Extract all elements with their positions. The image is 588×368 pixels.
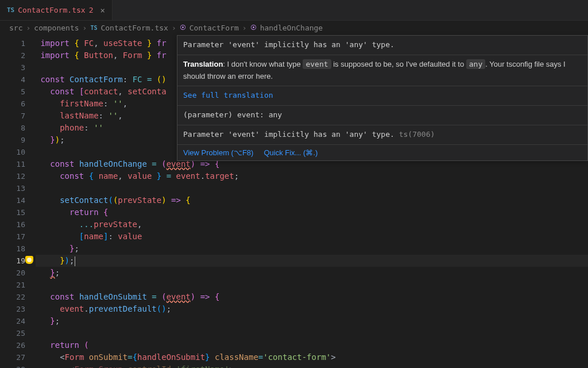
hover-see-full-link[interactable]: See full translation: [177, 86, 587, 106]
code-line[interactable]: setContact((prevState) => {: [36, 194, 588, 206]
tab-bar: TS ContactForm.tsx 2 ×: [0, 0, 588, 20]
cursor: [75, 256, 75, 266]
line-number: 6: [0, 98, 36, 110]
editor-tab[interactable]: TS ContactForm.tsx 2 ×: [0, 0, 113, 20]
symbol-variable-icon: ⦿: [180, 24, 186, 32]
tab-problem-count: 2: [89, 6, 94, 14]
line-number: 21: [0, 279, 36, 291]
translation-label: Translation: [183, 60, 223, 68]
code-line[interactable]: };: [36, 243, 588, 255]
line-number: 23: [0, 303, 36, 315]
line-number: 3: [0, 62, 36, 74]
tab-filename: ContactForm.tsx: [18, 6, 85, 14]
line-number: 14: [0, 194, 36, 206]
code-line[interactable]: return (: [36, 339, 588, 351]
line-number: 28: [0, 363, 36, 368]
line-number: 26: [0, 339, 36, 351]
typescript-icon: TS: [90, 25, 97, 31]
line-number: 15: [0, 206, 36, 218]
line-number: 13: [0, 182, 36, 194]
line-number: 8: [0, 122, 36, 134]
symbol-method-icon: ⦿: [250, 24, 257, 32]
line-number: 4: [0, 74, 36, 86]
view-problem-link[interactable]: View Problem (⌥F8): [183, 148, 253, 157]
breadcrumb-segment[interactable]: components: [34, 24, 79, 32]
line-number: 20: [0, 267, 36, 279]
code-line[interactable]: event.preventDefault();: [36, 303, 588, 315]
code-line[interactable]: ...prevState,: [36, 218, 588, 231]
code-line[interactable]: });: [36, 255, 588, 267]
line-number: 5: [0, 86, 36, 98]
lightbulb-icon[interactable]: [25, 256, 33, 264]
code-line[interactable]: [name]: value: [36, 231, 588, 243]
breadcrumb-symbol[interactable]: handleOnChange: [260, 24, 323, 32]
line-number: 25: [0, 327, 36, 339]
line-number: 22: [0, 291, 36, 303]
line-number: 1: [0, 37, 36, 49]
hover-translation: Translation: I don't know what type even…: [177, 55, 587, 87]
hover-tooltip: Parameter 'event' implicitly has an 'any…: [177, 35, 588, 161]
breadcrumb-file[interactable]: ContactForm.tsx: [100, 24, 168, 32]
line-number: 17: [0, 231, 36, 243]
close-icon[interactable]: ×: [100, 6, 105, 15]
line-number-gutter: 1 2 3 4 5 6 7 8 9 10 11 12 13 14 15 16 1…: [0, 35, 36, 368]
quick-fix-link[interactable]: Quick Fix... (⌘.): [264, 148, 318, 157]
chevron-right-icon: ›: [26, 24, 30, 32]
code-token: any: [466, 59, 485, 69]
code-line[interactable]: [36, 327, 588, 339]
hover-signature: (parameter) event: any: [177, 106, 587, 125]
code-line[interactable]: [36, 279, 588, 291]
line-number: 12: [0, 170, 36, 182]
code-line[interactable]: };: [36, 315, 588, 327]
line-number: 24: [0, 315, 36, 327]
line-number: 11: [0, 158, 36, 170]
chevron-right-icon: ›: [83, 24, 87, 32]
code-line[interactable]: <Form.Group controlId='firstName'>: [36, 363, 588, 368]
code-line[interactable]: const { name, value } = event.target;: [36, 170, 588, 182]
code-token: event: [303, 59, 331, 69]
hover-message: Parameter 'event' implicitly has an 'any…: [177, 36, 587, 55]
code-line[interactable]: };: [36, 267, 588, 279]
line-number: 9: [0, 134, 36, 146]
hover-diagnostic: Parameter 'event' implicitly has an 'any…: [177, 125, 587, 145]
code-line[interactable]: [36, 182, 588, 194]
breadcrumb[interactable]: src › components › TS ContactForm.tsx › …: [0, 20, 588, 35]
line-number: 16: [0, 218, 36, 231]
line-number: 2: [0, 49, 36, 62]
breadcrumb-segment[interactable]: src: [9, 24, 22, 32]
chevron-right-icon: ›: [172, 24, 176, 32]
code-line[interactable]: <Form onSubmit={handleOnSubmit} classNam…: [36, 351, 588, 363]
chevron-right-icon: ›: [242, 24, 247, 32]
code-line[interactable]: return {: [36, 206, 588, 218]
breadcrumb-symbol[interactable]: ContactForm: [189, 24, 239, 32]
line-number: 18: [0, 243, 36, 255]
line-number: 7: [0, 110, 36, 122]
line-number: 27: [0, 351, 36, 363]
typescript-icon: TS: [7, 6, 14, 14]
code-line[interactable]: const handleOnSubmit = (event) => {: [36, 291, 588, 303]
line-number: 10: [0, 146, 36, 158]
